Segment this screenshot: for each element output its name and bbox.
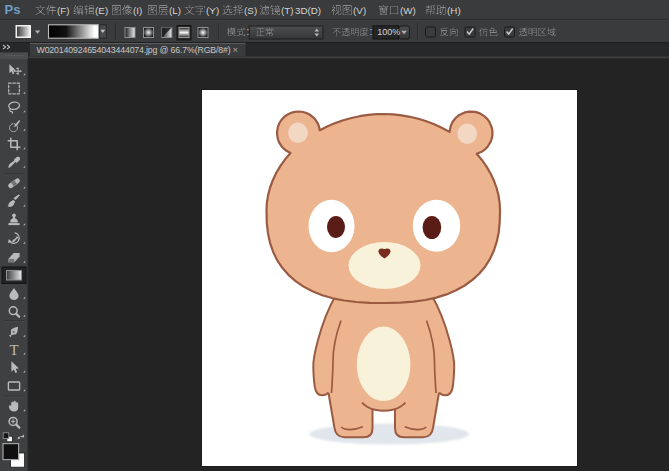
svg-text::: : [247, 26, 250, 37]
svg-text:W020140924654043444074.jpg @ 6: W020140924654043444074.jpg @ 66.7%(RGB/8… [37, 45, 231, 55]
svg-text::: : [370, 26, 373, 37]
svg-text:(V): (V) [353, 5, 366, 16]
svg-text:(T): (T) [281, 5, 294, 16]
svg-text:(Y): (Y) [206, 5, 219, 16]
svg-text:(L): (L) [169, 5, 181, 16]
svg-text:(W): (W) [400, 5, 416, 16]
svg-text:Ps: Ps [5, 2, 21, 17]
svg-text:100%: 100% [377, 27, 400, 37]
svg-text:(H): (H) [447, 5, 461, 16]
svg-text:T: T [9, 342, 18, 358]
svg-text:×: × [233, 44, 239, 55]
svg-text:(F): (F) [57, 5, 70, 16]
svg-text:(S): (S) [244, 5, 257, 16]
svg-text:(I): (I) [133, 5, 142, 16]
svg-text:(E): (E) [95, 5, 108, 16]
svg-text:3D(D): 3D(D) [295, 5, 321, 16]
